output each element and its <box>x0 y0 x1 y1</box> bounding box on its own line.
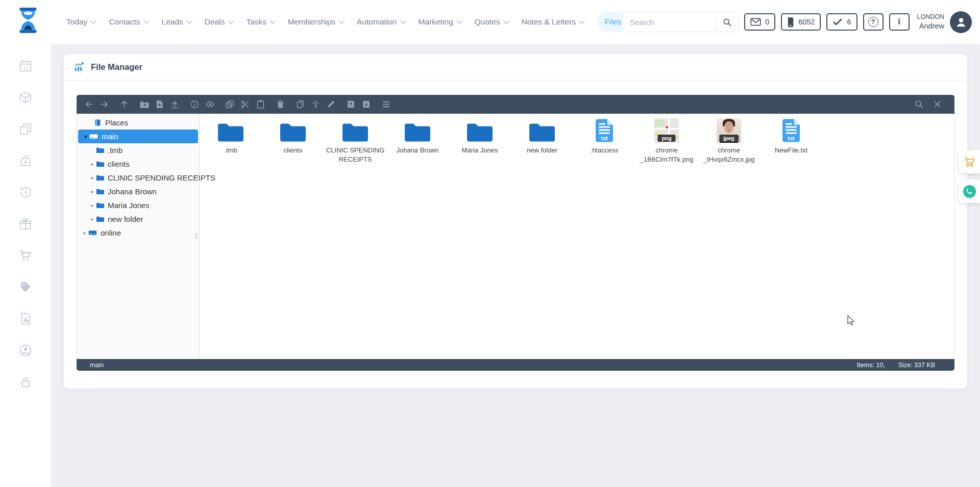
new-file-icon[interactable] <box>154 99 165 110</box>
file-cell-johana-brown[interactable]: Johana Brown <box>386 116 449 164</box>
price-tag-icon[interactable] <box>18 279 33 294</box>
pages-icon[interactable] <box>18 121 33 136</box>
nav-today[interactable]: Today <box>66 17 95 27</box>
folder-icon <box>466 117 494 143</box>
edit-pencil-icon[interactable] <box>326 99 336 110</box>
user-name: Andrew <box>917 21 944 31</box>
fm-search-icon[interactable] <box>914 99 924 110</box>
file-cell-maria-jones[interactable]: Maria Jones <box>449 116 511 164</box>
delete-icon[interactable] <box>275 99 286 110</box>
new-folder-icon[interactable] <box>139 99 150 110</box>
caret-right-icon[interactable] <box>89 202 96 208</box>
caret-right-icon[interactable] <box>89 216 96 222</box>
task-counter-button[interactable]: 6 <box>826 13 857 31</box>
preview-eye-icon[interactable] <box>205 99 215 110</box>
user-location: LONDON <box>917 13 944 21</box>
file-name: Maria Jones <box>462 146 498 155</box>
folder-icon <box>341 117 369 143</box>
caret-right-icon[interactable] <box>89 175 96 181</box>
nav-notes-letters[interactable]: Notes & Letters <box>522 17 584 27</box>
nav-marketing[interactable]: Marketing <box>419 17 461 27</box>
calendar-icon[interactable]: 12 <box>18 58 33 73</box>
caret-right-icon[interactable] <box>89 189 96 194</box>
tree-row-new-folder[interactable]: new folder <box>77 212 199 226</box>
user-avatar[interactable] <box>950 11 972 33</box>
report-icon[interactable] <box>18 311 33 326</box>
shopping-bag-icon[interactable] <box>18 153 33 168</box>
file-cell-htaccess[interactable]: txt .htaccess <box>573 116 635 164</box>
tree-row-online[interactable]: online <box>77 226 199 240</box>
fm-toolbar <box>77 95 954 114</box>
lock-icon[interactable] <box>18 374 33 389</box>
history-icon[interactable] <box>18 185 33 199</box>
file-name: .htaccess <box>591 146 619 155</box>
image-thumbnail-map: png <box>654 118 679 143</box>
tree-row-clinic-spending-receipts[interactable]: CLINIC SPENDING RECEIPTS <box>77 171 199 185</box>
tree-row-clients[interactable]: clients <box>77 157 199 171</box>
file-cell-clients[interactable]: clients <box>262 116 324 164</box>
file-cell-new-folder[interactable]: new folder <box>511 116 573 164</box>
caret-right-icon[interactable] <box>81 230 88 236</box>
search-input[interactable] <box>623 12 716 32</box>
forward-icon[interactable] <box>99 99 110 110</box>
nav-deals[interactable]: Deals <box>205 17 233 27</box>
floating-cart-button[interactable] <box>959 150 980 173</box>
nav-leads[interactable]: Leads <box>162 17 191 27</box>
package-icon[interactable] <box>18 90 33 105</box>
tree-row-main[interactable]: main <box>78 130 198 143</box>
drive-icon <box>89 133 98 140</box>
gift-icon[interactable] <box>18 216 33 231</box>
tree-resize-handle[interactable] <box>195 233 198 239</box>
archive-icon[interactable] <box>346 99 356 110</box>
file-name: NewFile.txt <box>775 146 807 155</box>
tree-row-johana-brown[interactable]: Johana Brown <box>77 185 199 198</box>
nav-contacts[interactable]: Contacts <box>109 17 148 27</box>
folder-icon <box>96 188 104 195</box>
mail-icon <box>750 18 761 26</box>
paste-icon[interactable] <box>255 99 266 110</box>
upload-icon[interactable] <box>169 99 180 110</box>
help-button[interactable]: ? <box>863 13 884 31</box>
caret-down-icon[interactable] <box>82 133 89 140</box>
extract-icon[interactable] <box>361 99 372 110</box>
chevron-down-icon <box>186 18 192 23</box>
file-name: CLINIC SPENDING RECEIPTS <box>325 146 385 164</box>
back-icon[interactable] <box>84 99 94 110</box>
call-counter-button[interactable]: 6052 <box>781 13 821 31</box>
tree-row-tmb[interactable]: .tmb <box>77 143 199 157</box>
cart-icon[interactable] <box>18 248 33 263</box>
image-thumbnail-face: jpeg <box>717 118 741 143</box>
file-cell-clinic-spending-receipts[interactable]: CLINIC SPENDING RECEIPTS <box>324 116 386 164</box>
copy-icon[interactable] <box>225 99 235 110</box>
cut-icon[interactable] <box>240 99 251 110</box>
chart-icon <box>74 62 85 73</box>
file-cell-newfile-txt[interactable]: txt NewFile.txt <box>760 116 822 164</box>
chevron-down-icon <box>270 18 275 23</box>
duplicate-icon[interactable] <box>295 99 306 110</box>
tree-row-places[interactable]: Places <box>77 116 199 130</box>
info-icon[interactable] <box>189 99 200 110</box>
nav-automation[interactable]: Automation <box>357 17 405 27</box>
tree-row-maria-jones[interactable]: Maria Jones <box>77 198 199 212</box>
nav-memberships[interactable]: Memberships <box>288 17 344 27</box>
account-icon[interactable] <box>18 343 33 357</box>
up-icon[interactable] <box>119 99 130 110</box>
info-button[interactable]: i <box>889 13 910 31</box>
search-button[interactable] <box>716 12 738 32</box>
mail-counter-button[interactable]: 0 <box>744 13 775 31</box>
folder-icon <box>96 147 104 153</box>
file-cell-chrome-png[interactable]: png chrome​_1B6CIm7fTk.png <box>635 116 698 164</box>
caret-right-icon[interactable] <box>89 161 96 167</box>
nav-tasks[interactable]: Tasks <box>246 17 275 27</box>
file-cell-tmb[interactable]: .tmb <box>200 116 262 164</box>
card-header: File Manager <box>64 54 967 81</box>
folder-icon <box>96 216 104 222</box>
file-grid[interactable]: .tmb clients CLINIC SPENDING RECEIPTS Jo… <box>200 114 954 359</box>
rename-icon[interactable] <box>310 99 321 110</box>
floating-phone-button[interactable] <box>959 180 980 203</box>
app-logo-hourglass-icon[interactable] <box>13 6 43 36</box>
list-view-icon[interactable] <box>381 99 391 110</box>
file-cell-chrome-jpg[interactable]: jpeg chrome​_tHvqx6Zmcx.jpg <box>698 116 760 164</box>
close-icon[interactable] <box>932 99 943 110</box>
nav-quotes[interactable]: Quotes <box>475 17 508 27</box>
